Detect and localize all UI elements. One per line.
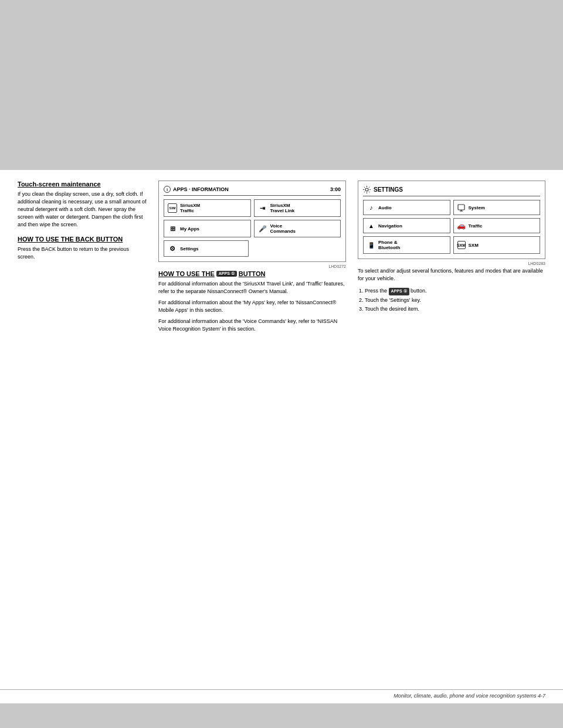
- settings-grid: ♪ Audio System: [363, 200, 540, 254]
- touch-screen-title: Touch-screen maintenance: [18, 181, 147, 188]
- traffic-label: Traffic: [469, 223, 483, 229]
- settings-screen-label: SETTINGS: [374, 186, 403, 193]
- sxm-icon: SXM: [457, 241, 466, 249]
- how-to-apps-p1: For additional information about the 'Si…: [158, 280, 346, 295]
- bottom-margin: [0, 703, 563, 728]
- phone-label: Phone &Bluetooth: [378, 240, 400, 250]
- back-button-body: Press the BACK button to return to the p…: [18, 246, 147, 261]
- system-label: System: [469, 205, 485, 210]
- touch-screen-body: If you clean the display screen, use a d…: [18, 190, 147, 229]
- apps-screen-caption: LHD0272: [158, 264, 346, 268]
- middle-column: i APPS · INFORMATION 3:00 SXM SiriusXMTr…: [158, 181, 346, 333]
- how-to-prefix: HOW TO USE THE: [158, 270, 215, 277]
- my-apps-label: My Apps: [180, 226, 199, 232]
- sxm-label: SXM: [469, 243, 479, 248]
- settings-steps-list: Press the APPS ① button. Touch the 'Sett…: [358, 287, 545, 314]
- step-3: Touch the desired item.: [365, 305, 545, 314]
- phone-setting[interactable]: 📱 Phone &Bluetooth: [363, 236, 450, 254]
- navigation-label: Navigation: [378, 223, 402, 229]
- svg-point-0: [365, 188, 368, 191]
- top-margin: [0, 0, 563, 170]
- settings-screen-header: SETTINGS: [363, 186, 540, 196]
- step-2: Touch the 'Settings' key.: [365, 297, 545, 305]
- phone-icon: 📱: [367, 241, 375, 249]
- sirius-traffic-btn[interactable]: SXM SiriusXMTraffic: [164, 199, 251, 217]
- apps-grid: SXM SiriusXMTraffic ⇥ SiriusXMTravel Lin…: [164, 199, 341, 237]
- apps-screen-header: i APPS · INFORMATION 3:00: [164, 186, 341, 196]
- settings-how-to-body: To select and/or adjust several function…: [358, 267, 545, 283]
- apps-badge: APPS ①: [216, 271, 237, 277]
- my-apps-btn[interactable]: ⊞ My Apps: [164, 220, 251, 237]
- settings-screen-caption: LHD0283: [358, 261, 545, 266]
- system-icon: [457, 203, 466, 212]
- navigation-setting[interactable]: ▲ Navigation: [363, 218, 450, 233]
- right-column: SETTINGS ♪ Audio: [358, 181, 545, 333]
- how-to-apps-title: HOW TO USE THE APPS ① BUTTON: [158, 270, 346, 277]
- how-to-suffix: BUTTON: [239, 270, 266, 277]
- apps-screen-label: APPS · INFORMATION: [173, 186, 229, 192]
- settings-gear-large-icon: [363, 186, 371, 193]
- footer-text: Monitor, climate, audio, phone and voice…: [394, 693, 545, 699]
- sirius-travel-icon: ⇥: [258, 203, 267, 213]
- left-column: Touch-screen maintenance If you clean th…: [18, 181, 147, 333]
- sirius-icon: SXM: [168, 203, 177, 213]
- apps-badge-step: APPS ①: [389, 288, 409, 295]
- traffic-setting[interactable]: 🚗 Traffic: [453, 218, 541, 233]
- audio-label: Audio: [378, 205, 392, 210]
- audio-icon: ♪: [367, 203, 375, 212]
- how-to-apps-p3: For additional information about the 'Vo…: [158, 318, 346, 333]
- footer-bar: Monitor, climate, audio, phone and voice…: [0, 689, 563, 702]
- system-setting[interactable]: System: [453, 200, 541, 215]
- settings-screen: SETTINGS ♪ Audio: [358, 181, 545, 259]
- settings-btn[interactable]: ⚙ Settings: [164, 240, 249, 257]
- info-icon: i: [164, 186, 171, 193]
- navigation-icon: ▲: [367, 222, 375, 230]
- sirius-traffic-icon: SXM: [168, 203, 177, 213]
- how-to-apps-p2: For additional information about the 'My…: [158, 299, 346, 314]
- svg-rect-1: [458, 205, 464, 210]
- sirius-travel-btn[interactable]: ⇥ SiriusXMTravel Link: [254, 199, 341, 217]
- sxm-setting[interactable]: SXM SXM: [453, 236, 541, 254]
- settings-gear-icon: ⚙: [168, 244, 177, 253]
- audio-setting[interactable]: ♪ Audio: [363, 200, 450, 215]
- page: Touch-screen maintenance If you clean th…: [0, 0, 563, 728]
- voice-commands-icon: 🎤: [258, 224, 267, 233]
- my-apps-icon: ⊞: [168, 224, 177, 233]
- sirius-traffic-label: SiriusXMTraffic: [180, 203, 200, 213]
- apps-header-left: i APPS · INFORMATION: [164, 186, 229, 193]
- back-button-title: HOW TO USE THE BACK BUTTON: [18, 236, 147, 243]
- traffic-icon: 🚗: [457, 222, 466, 230]
- settings-label: Settings: [180, 246, 199, 251]
- voice-commands-btn[interactable]: 🎤 VoiceCommands: [254, 220, 341, 237]
- apps-time: 3:00: [330, 186, 341, 192]
- apps-screen: i APPS · INFORMATION 3:00 SXM SiriusXMTr…: [158, 181, 346, 262]
- step-1: Press the APPS ① button.: [365, 287, 545, 295]
- voice-commands-label: VoiceCommands: [270, 223, 296, 234]
- sirius-travel-label: SiriusXMTravel Link: [270, 203, 295, 213]
- content-area: Touch-screen maintenance If you clean th…: [0, 170, 563, 339]
